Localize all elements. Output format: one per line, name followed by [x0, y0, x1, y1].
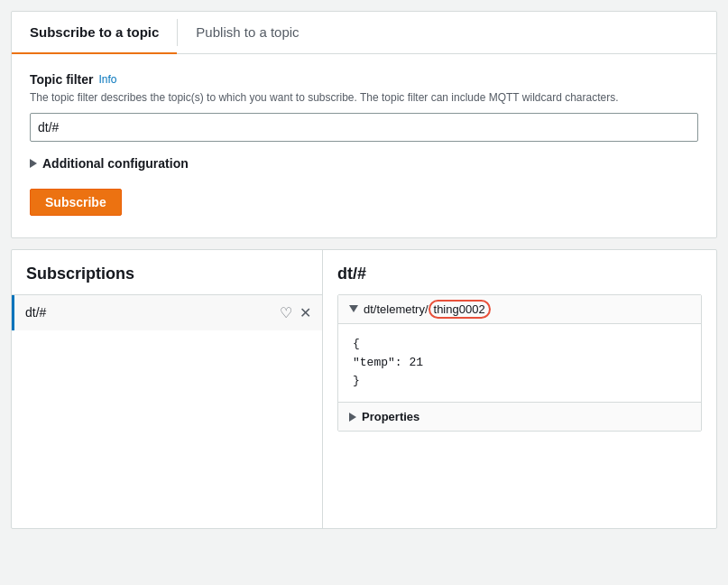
- message-body: { "temp": 21 }: [338, 324, 701, 402]
- tabs-container: Subscribe to a topic Publish to a topic: [12, 12, 716, 54]
- messages-panel-title: dt/#: [337, 265, 702, 283]
- triangle-down-icon: [349, 305, 358, 312]
- additional-config-toggle[interactable]: Additional configuration: [30, 156, 698, 171]
- tab-subscribe-label: Subscribe to a topic: [30, 24, 159, 40]
- tab-publish[interactable]: Publish to a topic: [178, 12, 317, 54]
- tab-publish-label: Publish to a topic: [196, 24, 299, 40]
- page-wrapper: Subscribe to a topic Publish to a topic …: [0, 0, 728, 585]
- subscriptions-panel-title: Subscriptions: [12, 250, 322, 295]
- topic-filter-label: Topic filter Info: [30, 72, 117, 87]
- subscriptions-panel: Subscriptions dt/# ♡ ✕: [12, 250, 323, 528]
- triangle-right-icon: [30, 159, 37, 168]
- subscribe-button-label: Subscribe: [45, 195, 106, 209]
- card-body: Topic filter Info The topic filter descr…: [12, 54, 716, 237]
- message-line-1: {: [353, 335, 687, 354]
- topic-prefix-text: dt/telemetry/: [364, 302, 429, 316]
- subscribe-button[interactable]: Subscribe: [30, 189, 122, 216]
- subscription-item[interactable]: dt/# ♡ ✕: [12, 295, 322, 330]
- messages-panel: dt/# dt/telemetry/thing0002 { "temp": 21…: [323, 250, 716, 528]
- properties-triangle-icon: [349, 413, 356, 422]
- tab-subscribe[interactable]: Subscribe to a topic: [12, 12, 177, 54]
- close-icon[interactable]: ✕: [299, 304, 311, 321]
- properties-label: Properties: [362, 410, 419, 423]
- info-badge[interactable]: Info: [99, 73, 117, 86]
- heart-icon[interactable]: ♡: [280, 304, 292, 321]
- message-line-3: }: [353, 372, 687, 391]
- message-line-2: "temp": 21: [353, 354, 687, 373]
- topic-filter-input[interactable]: [30, 113, 698, 142]
- top-card: Subscribe to a topic Publish to a topic …: [11, 11, 717, 238]
- topic-prefix: dt/telemetry/thing0002: [364, 302, 491, 316]
- message-header: dt/telemetry/thing0002: [338, 295, 701, 324]
- bottom-section: Subscriptions dt/# ♡ ✕ dt/# dt/telemetry…: [11, 249, 717, 529]
- additional-config-label: Additional configuration: [42, 156, 189, 171]
- field-description: The topic filter describes the topic(s) …: [30, 90, 698, 106]
- subscription-item-actions: ♡ ✕: [280, 304, 311, 321]
- message-entry: dt/telemetry/thing0002 { "temp": 21 } Pr…: [337, 294, 702, 432]
- properties-toggle[interactable]: Properties: [338, 402, 701, 431]
- topic-highlight: thing0002: [429, 300, 491, 319]
- subscription-item-label: dt/#: [25, 305, 46, 320]
- topic-filter-label-text: Topic filter: [30, 72, 94, 87]
